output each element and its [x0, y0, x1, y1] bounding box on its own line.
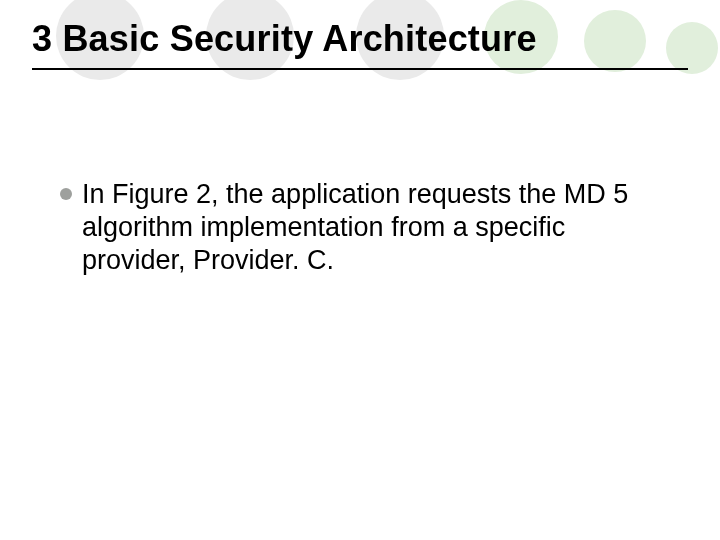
- slide-body: In Figure 2, the application requests th…: [60, 178, 676, 277]
- bullet-text: In Figure 2, the application requests th…: [82, 178, 676, 277]
- decorative-circle: [584, 10, 646, 72]
- decorative-circle: [666, 22, 718, 74]
- bullet-icon: [60, 188, 72, 200]
- bullet-item: In Figure 2, the application requests th…: [60, 178, 676, 277]
- slide-title: 3 Basic Security Architecture: [32, 18, 537, 60]
- title-underline: [32, 68, 688, 70]
